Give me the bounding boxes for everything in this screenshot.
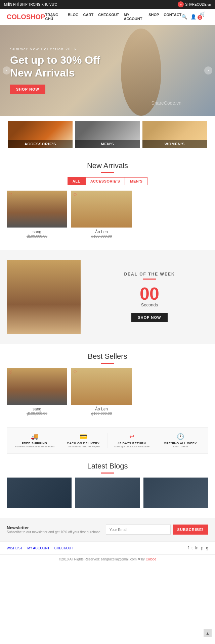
- newsletter-title: Newsletter: [7, 525, 100, 530]
- feature-sub: Suffered Alteration in Some Form: [13, 445, 56, 448]
- cart-icon[interactable]: 🛒0: [200, 11, 208, 22]
- blog-image: [75, 478, 140, 508]
- product-name: sang: [7, 407, 67, 411]
- product-image: ♡: [7, 191, 67, 228]
- latest-blogs-heading: Latest Blogs: [7, 462, 208, 470]
- category-accessories-label: ACCESSORIE'S: [8, 140, 73, 148]
- hero-prev-button[interactable]: ‹: [3, 66, 11, 75]
- product-card[interactable]: ♡ sang ₫109,000.00: [7, 368, 67, 416]
- blog-image: [143, 478, 208, 508]
- feature-title: CACH ON DELIVERY: [62, 442, 105, 445]
- deal-countdown: 00: [91, 285, 208, 302]
- cart-badge: 0: [198, 15, 202, 20]
- deal-label: DEAL OF THE WEEK: [91, 272, 208, 277]
- feature-title: OPENING ALL WEEK: [159, 442, 202, 445]
- latest-blogs-section: Latest Blogs: [0, 462, 215, 518]
- sharecode-icon: S: [178, 1, 184, 7]
- promo-text: MIỄN PHÍ SHIP TRONG KHU VỰC: [4, 3, 57, 6]
- deal-content: DEAL OF THE WEEK 00 Seconds SHOP NOW: [91, 272, 208, 322]
- category-accessories[interactable]: ACCESSORIE'S: [8, 121, 73, 148]
- pinterest-icon[interactable]: p: [201, 546, 204, 550]
- new-arrivals-heading: New Arrivals: [0, 161, 215, 170]
- blog-card[interactable]: [143, 478, 208, 508]
- deal-section: DEAL OF THE WEEK 00 Seconds SHOP NOW: [0, 250, 215, 344]
- wishlist-icon[interactable]: ♡: [73, 370, 77, 375]
- product-image: ♡: [71, 368, 132, 405]
- blog-card[interactable]: [7, 478, 72, 508]
- nav-contact[interactable]: CONTACT: [164, 13, 181, 21]
- nav-account[interactable]: MY ACCOUNT: [124, 13, 144, 21]
- deal-divider: [143, 279, 156, 280]
- main-nav: TRANG CHỦ BLOG CART CHECKOUT MY ACCOUNT …: [45, 13, 181, 21]
- facebook-icon[interactable]: f: [188, 546, 189, 550]
- wishlist-icon[interactable]: ♡: [73, 193, 77, 197]
- hero-subtitle: Summer New Collection 2016: [10, 47, 100, 51]
- product-price: ₫109,000.00: [7, 411, 67, 416]
- sharecode-label: SHARECODE.vn: [185, 3, 211, 6]
- feature-sub: Making it Look Like Readable: [111, 445, 154, 448]
- blog-card[interactable]: [75, 478, 140, 508]
- feature-title: 45 DAYS RETURN: [111, 442, 154, 445]
- sharecode-brand: S SHARECODE.vn: [178, 1, 211, 7]
- newsletter-form: SUBSCRIBE!: [106, 525, 208, 535]
- hero-next-button[interactable]: ›: [204, 66, 212, 75]
- feature-title: FREE SHIPPING: [13, 442, 56, 445]
- newsletter-subscribe-button[interactable]: SUBSCRIBE!: [173, 525, 208, 535]
- product-card[interactable]: ♡ sang ₫109,000.00: [7, 191, 67, 239]
- logo-text: COLO: [7, 13, 26, 20]
- feature-return: ↩ 45 DAYS RETURN Making it Look Like Rea…: [108, 433, 157, 448]
- footer-brand-link[interactable]: Colobe: [146, 557, 157, 561]
- nav-cart[interactable]: CART: [83, 13, 94, 21]
- newsletter-description: Subscribe to our newsletter and get 10% …: [7, 530, 100, 534]
- google-icon[interactable]: g: [206, 546, 208, 550]
- footer-bottom: ©2018 All Rights Reserved: sangraxella@g…: [0, 554, 215, 564]
- logo-accent: SHOP: [26, 13, 45, 20]
- footer-wishlist-link[interactable]: WISHLIST: [7, 546, 23, 550]
- new-arrivals-divider: [101, 172, 114, 173]
- product-name: sang: [7, 230, 67, 234]
- nav-blog[interactable]: BLOG: [68, 13, 79, 21]
- feature-cash-delivery: 💳 CACH ON DELIVERY The Internet Tend To …: [59, 433, 108, 448]
- product-card[interactable]: ♡ Áo Len ₫109,000.00: [71, 368, 132, 416]
- hero-shop-now-button[interactable]: SHOP NOW: [10, 85, 45, 94]
- category-womens[interactable]: WOMEN'S: [142, 121, 207, 148]
- feature-free-shipping: 🚚 FREE SHIPPING Suffered Alteration in S…: [10, 433, 59, 448]
- shipping-icon: 🚚: [13, 433, 56, 440]
- return-icon: ↩: [111, 433, 154, 440]
- product-card[interactable]: ♡ Áo Len ₫109,000.00: [71, 191, 132, 239]
- deal-shop-now-button[interactable]: SHOP NOW: [131, 313, 168, 322]
- instagram-icon[interactable]: in: [195, 546, 198, 550]
- product-name: Áo Len: [71, 230, 132, 234]
- footer-copyright: ©2018 All Rights Reserved: sangraxella@g…: [59, 557, 146, 561]
- deal-image: [7, 260, 81, 334]
- product-name: Áo Len: [71, 407, 132, 411]
- footer-nav: WISHLIST MY ACCOUNT CHECKOUT f t in p g: [0, 541, 215, 554]
- product-price: ₫109,000.00: [71, 234, 132, 239]
- nav-checkout[interactable]: CHECKOUT: [98, 13, 119, 21]
- feature-sub: The Internet Tend To Repeat: [62, 445, 105, 448]
- wishlist-icon[interactable]: ♡: [9, 193, 12, 197]
- features-bar: 🚚 FREE SHIPPING Suffered Alteration in S…: [7, 427, 208, 454]
- best-sellers-title: Best Sellers: [7, 352, 208, 364]
- footer-account-link[interactable]: MY ACCOUNT: [27, 546, 50, 550]
- logo[interactable]: COLOSHOP: [7, 13, 45, 21]
- user-icon[interactable]: 👤: [190, 14, 196, 19]
- product-price: ₫109,000.00: [7, 234, 67, 239]
- latest-blogs-title: Latest Blogs: [7, 462, 208, 474]
- filter-mens[interactable]: MEN'S: [125, 177, 147, 185]
- search-icon[interactable]: 🔍: [181, 14, 187, 19]
- twitter-icon[interactable]: t: [191, 546, 192, 550]
- filter-accessories[interactable]: ACCESSORIE'S: [85, 177, 125, 185]
- product-image: ♡: [71, 191, 132, 228]
- newsletter-text: Newsletter Subscribe to our newsletter a…: [7, 525, 100, 534]
- nav-home[interactable]: TRANG CHỦ: [45, 13, 63, 21]
- category-mens[interactable]: MEN'S: [75, 121, 140, 148]
- newsletter-section: Newsletter Subscribe to our newsletter a…: [0, 518, 215, 541]
- footer-checkout-link[interactable]: CHECKOUT: [54, 546, 73, 550]
- newsletter-email-input[interactable]: [106, 525, 171, 535]
- wishlist-icon[interactable]: ♡: [9, 370, 12, 375]
- latest-blogs-divider: [101, 473, 114, 474]
- nav-shop[interactable]: SHOP: [148, 13, 159, 21]
- filter-all[interactable]: ALL: [68, 177, 85, 185]
- best-sellers-divider: [101, 363, 114, 364]
